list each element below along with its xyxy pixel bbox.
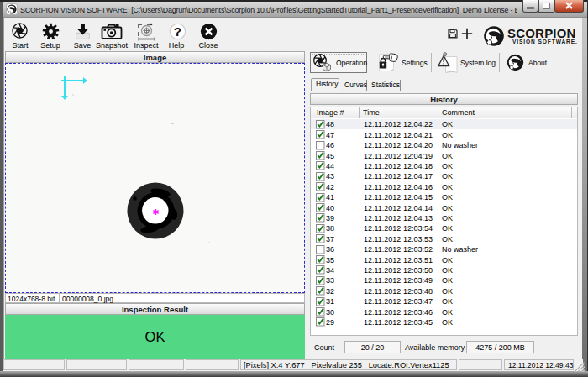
svg-text:?: ? [174, 24, 181, 39]
